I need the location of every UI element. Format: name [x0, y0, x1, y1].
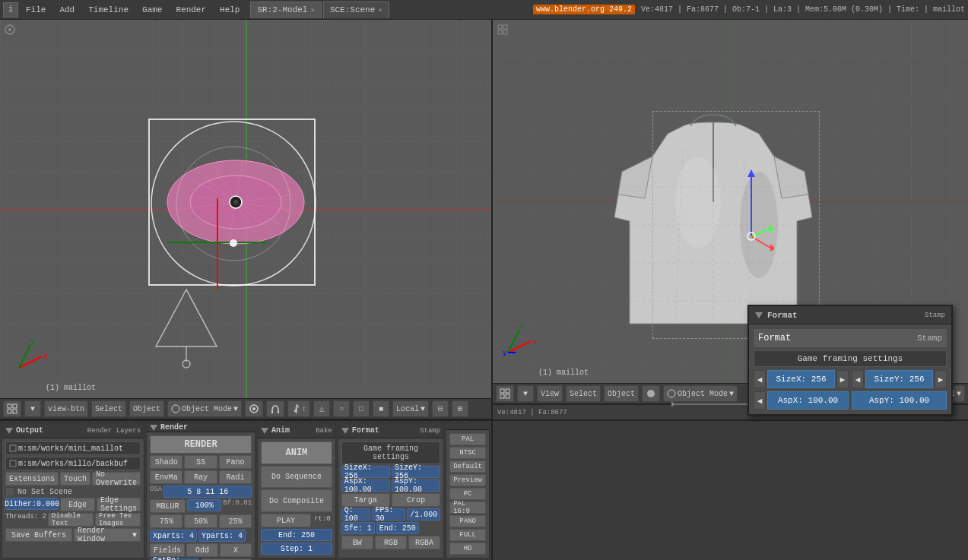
aspy-field[interactable]: AspY: 100.00: [392, 479, 440, 492]
circle-btn[interactable]: ○: [333, 400, 350, 417]
fields-btn[interactable]: Fields: [150, 543, 185, 557]
rgb-btn[interactable]: RGB: [375, 536, 407, 549]
dither-field[interactable]: Dither:0.000: [5, 498, 59, 510]
pct25-btn[interactable]: 25%: [219, 514, 252, 528]
yparts-field[interactable]: Yparts: 4: [198, 530, 246, 542]
rect-select-btn[interactable]: □: [353, 400, 370, 417]
popup-collapse-btn[interactable]: [755, 312, 763, 318]
popup-sizey-field[interactable]: SizeY: 256: [865, 370, 933, 388]
pivot-dropdown[interactable]: Local ▼: [392, 400, 429, 417]
full-btn[interactable]: FULL: [449, 529, 486, 541]
pano-btn[interactable]: Pano: [219, 455, 252, 469]
triangle-btn[interactable]: △: [313, 400, 330, 417]
render-window-btn[interactable]: Render Window ▼: [74, 528, 141, 542]
menu-help[interactable]: Help: [214, 2, 246, 18]
xparts-field[interactable]: Xparts: 4: [150, 530, 197, 542]
step-field[interactable]: Step: 1: [261, 543, 332, 555]
menu-file[interactable]: File: [20, 2, 52, 18]
touch-btn[interactable]: Touch: [60, 472, 90, 486]
mode-dropdown[interactable]: Object Mode ▼: [167, 400, 242, 417]
fps-field[interactable]: FPS: 30: [372, 508, 405, 520]
right-arrow-btn[interactable]: ▼: [517, 385, 534, 402]
edge-btn[interactable]: Edge: [60, 498, 95, 511]
output-path1[interactable]: m:sm/works/mini_maillot: [5, 441, 141, 455]
tab-close-icon[interactable]: ✕: [378, 6, 382, 14]
edge-settings-btn[interactable]: Edge Settings: [97, 498, 141, 511]
menu-timeline[interactable]: Timeline: [82, 2, 135, 18]
render-btn[interactable]: RENDER: [150, 435, 252, 454]
popup-aspx-field[interactable]: AspX: 100.00: [767, 391, 849, 410]
grid-icon-btn[interactable]: [3, 400, 21, 417]
pct50-btn[interactable]: 50%: [184, 514, 217, 528]
tab-sr2-model[interactable]: SR:2-Model ✕: [250, 2, 321, 18]
pal-btn[interactable]: PAL: [449, 433, 486, 445]
preview-btn[interactable]: Preview: [449, 474, 486, 486]
sizex-field[interactable]: SizeX: 256: [341, 466, 390, 478]
popup-aspx-left-btn[interactable]: ◀: [754, 391, 766, 410]
pct75-btn[interactable]: 75%: [150, 514, 182, 528]
end-field[interactable]: End: 250: [261, 529, 332, 541]
do-composite-btn[interactable]: Do Composite: [261, 489, 332, 512]
free-tex-images-btn[interactable]: Free Tex Images: [95, 513, 141, 527]
down-arrow-btn[interactable]: ▼: [24, 400, 41, 417]
ratio-field[interactable]: /1.000: [407, 508, 440, 520]
ray-btn[interactable]: Ray: [184, 470, 217, 484]
material-btn[interactable]: [642, 385, 660, 402]
bw-btn[interactable]: BW: [341, 536, 373, 549]
pc-btn[interactable]: PC: [449, 488, 486, 500]
x-btn2[interactable]: X: [220, 543, 252, 557]
view-dropdown[interactable]: view-btn: [44, 400, 88, 417]
popup-sizex-right-btn[interactable]: ▶: [836, 370, 849, 388]
mblur-pct[interactable]: 100%: [187, 499, 221, 511]
popup-sizey-left-btn[interactable]: ◀: [852, 370, 864, 388]
format-collapse-btn[interactable]: [341, 428, 349, 434]
odd-btn[interactable]: Odd: [186, 543, 218, 557]
anim-btn[interactable]: ANIM: [261, 441, 332, 464]
popup-sizex-left-btn[interactable]: ◀: [754, 370, 766, 388]
rgba-btn[interactable]: RGBA: [408, 536, 440, 549]
tab-close-icon[interactable]: ✕: [310, 6, 314, 14]
crop-btn[interactable]: Crop: [392, 493, 440, 507]
menu-add[interactable]: Add: [53, 2, 81, 18]
shado-btn[interactable]: Shado: [150, 455, 182, 469]
right-grid-btn[interactable]: [496, 385, 514, 402]
save-buffers-btn[interactable]: Save Buffers: [5, 528, 72, 542]
menu-render[interactable]: Render: [170, 2, 212, 18]
render-collapse-btn[interactable]: [150, 425, 157, 431]
extensions-btn[interactable]: Extensions: [5, 472, 59, 486]
popup-aspy-field[interactable]: AspY: 100.00: [852, 391, 947, 410]
output-path2[interactable]: m:sm/works/millo/backbuf: [5, 457, 141, 470]
targa-btn[interactable]: Targa: [341, 493, 390, 507]
sfe-field[interactable]: Sfe: 1: [341, 522, 375, 534]
aspx-field[interactable]: AspX: 100.00: [341, 479, 390, 492]
no-overwrite-btn[interactable]: No Overwrite: [92, 472, 141, 486]
radi-btn[interactable]: Radi: [219, 470, 252, 484]
paint-btn[interactable]: ■: [373, 400, 389, 417]
split-v[interactable]: ⊞: [452, 400, 468, 417]
hd-btn[interactable]: HD: [449, 543, 486, 555]
envma-btn[interactable]: EnvMa: [150, 470, 182, 484]
ntsc-btn[interactable]: NTSC: [449, 447, 486, 459]
popup-sizex-field[interactable]: SizeX: 256: [767, 370, 835, 388]
snap-btn[interactable]: [245, 400, 263, 417]
split-h[interactable]: ⊟: [432, 400, 449, 417]
tab-sce-scene[interactable]: SCE:Scene ✕: [323, 2, 389, 18]
play-btn[interactable]: PLAY: [261, 514, 311, 527]
ss-btn[interactable]: SS: [184, 455, 217, 469]
do-sequence-btn[interactable]: Do Sequence: [261, 466, 332, 489]
left-viewport[interactable]: x y (1) maillot: [0, 20, 491, 398]
default-btn[interactable]: Default: [449, 460, 486, 473]
popup-sizey-right-btn[interactable]: ▶: [935, 370, 947, 388]
pal169-btn[interactable]: PAL 16:9: [449, 501, 486, 514]
disable-text-btn[interactable]: Disable Text: [48, 513, 94, 527]
object-dropdown[interactable]: Object: [129, 400, 164, 417]
right-mode-dropdown[interactable]: Object Mode ▼: [663, 385, 738, 402]
right-object-dropdown[interactable]: Object: [604, 385, 639, 402]
pano-btn2[interactable]: PANO: [449, 515, 486, 527]
osa-nums[interactable]: 5 8 11 16: [163, 486, 252, 498]
magnet-btn[interactable]: [266, 400, 284, 417]
output-collapse-btn[interactable]: [5, 428, 13, 434]
mblur-btn[interactable]: MBLUR: [150, 499, 186, 513]
sizey-field[interactable]: SizeY: 256: [392, 466, 440, 478]
anim-collapse-btn[interactable]: [261, 428, 268, 434]
